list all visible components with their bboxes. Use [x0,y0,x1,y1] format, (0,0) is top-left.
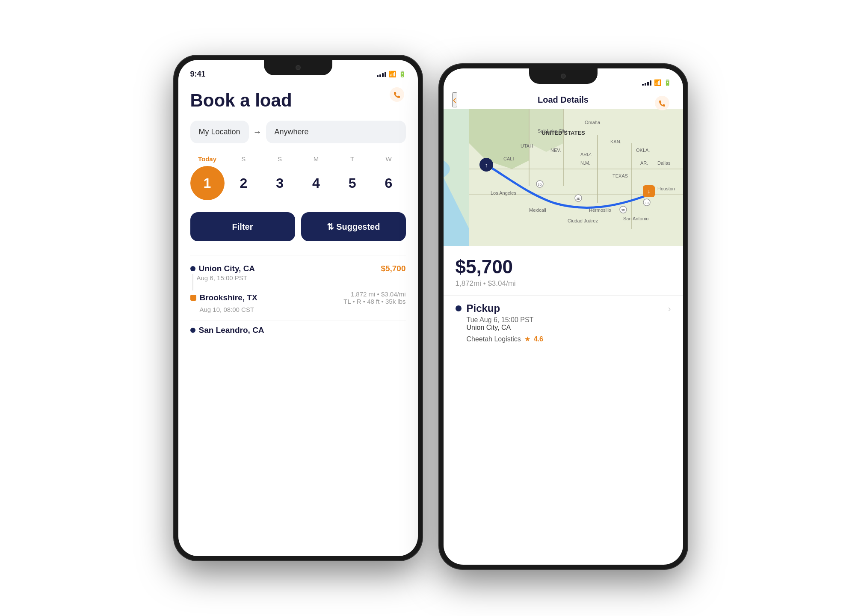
star-icon: ★ [524,335,530,343]
chevron-right-icon: › [668,304,671,314]
divider-1 [190,320,406,320]
svg-text:CALI: CALI [503,156,514,161]
calendar-dates-row: 1 2 3 4 5 6 [190,166,406,200]
notch-2 [529,68,598,84]
scene: 9:41 📶 🔋 [0,0,861,616]
load-sub-1: Aug 6, 15:00 PST [197,274,406,290]
wifi-icon: 📶 [389,71,396,77]
load-connector-1: Aug 6, 15:00 PST [190,274,406,290]
phone-1-screen: 9:41 📶 🔋 [178,60,418,556]
location-to-text: Anywhere [275,127,309,136]
cal-date-1[interactable]: 1 [190,166,225,200]
status-icons-1: 📶 🔋 [377,71,406,77]
cal-date-5[interactable]: 5 [335,166,370,200]
call-button-1[interactable] [388,86,406,104]
camera-1 [296,65,301,70]
load-city-2: Brookshire, TX [190,293,257,302]
cal-header-w: W [371,155,405,163]
price-sub: 1,872mi • $3.04/mi [456,279,671,288]
load-type: TL • R • 48 ft • 35k lbs [343,298,405,305]
load-city-name-1: Union City, CA [199,264,255,273]
dot-orange-1 [190,295,196,301]
back-button[interactable]: ‹ [452,92,458,107]
load-date-2: Aug 10, 08:00 CST [200,306,406,313]
load-details-1: 1,872 mi • $3.04/mi TL • R • 48 ft • 35k… [343,290,405,305]
signal-icon-2 [642,80,651,86]
cal-header-today: Today [190,155,225,163]
svg-text:Omaha: Omaha [585,120,601,125]
load-city-3: San Leandro, CA [190,326,406,335]
svg-text:3D: 3D [645,201,648,204]
phone-1: 9:41 📶 🔋 [174,56,422,560]
load-city-1: Union City, CA [190,264,255,273]
svg-text:Houston: Houston [657,186,675,191]
load-list: Union City, CA $5,700 Aug 6, 15:00 PST [190,255,406,335]
book-title: Book a load [190,91,406,110]
location-to-pill[interactable]: Anywhere [266,121,406,143]
load-details-title: Load Details [538,95,589,105]
cal-date-4[interactable]: 4 [299,166,333,200]
pickup-label: Pickup [456,302,500,314]
load-row2: Brookshire, TX 1,872 mi • $3.04/mi TL • … [190,290,406,305]
camera-2 [561,74,566,79]
svg-text:OKLA.: OKLA. [636,148,650,153]
svg-text:San Antonio: San Antonio [623,216,648,221]
svg-text:Dallas: Dallas [657,160,671,166]
cal-date-3[interactable]: 3 [263,166,297,200]
cal-date-2[interactable]: 2 [226,166,260,200]
load-details-content: ‹ Load Details [444,91,683,565]
price-main: $5,700 [456,256,671,278]
load-city-name-3: San Leandro, CA [199,326,264,335]
screen-content-1: Book a load My Location → Anywhere Today [178,82,418,556]
svg-text:Ciudad Juárez: Ciudad Juárez [568,218,598,223]
svg-text:Salt Lake City: Salt Lake City [538,128,567,133]
filter-button[interactable]: Filter [190,212,295,241]
price-section: $5,700 1,872mi • $3.04/mi [444,246,683,295]
battery-icon-2: 🔋 [664,79,671,86]
arrow-icon: → [253,127,262,137]
pickup-date: Tue Aug 6, 15:00 PST [467,316,671,324]
location-from-pill[interactable]: My Location [190,121,249,143]
battery-icon: 🔋 [399,71,406,77]
svg-text:ARIZ.: ARIZ. [580,152,592,157]
pickup-section[interactable]: Pickup › Tue Aug 6, 15:00 PST Union City… [444,295,683,350]
logistics-name: Cheetah Logistics [467,335,521,343]
cal-date-6[interactable]: 6 [371,166,405,200]
load-details-header: ‹ Load Details [444,91,683,109]
phone-2-screen: 9:41 📶 🔋 [444,68,683,565]
svg-text:KAN.: KAN. [610,139,621,144]
svg-text:TEXAS: TEXAS [612,173,628,178]
call-button-2[interactable] [653,94,671,112]
connector-line [192,274,193,290]
location-from-text: My Location [199,127,240,136]
svg-text:NEV.: NEV. [550,148,561,153]
load-item-2[interactable]: San Leandro, CA [190,326,406,335]
svg-text:AR.: AR. [640,160,648,166]
svg-text:3D: 3D [621,209,625,212]
pickup-dot [456,305,462,311]
pickup-title: Pickup [467,302,500,314]
svg-text:3D: 3D [538,183,541,186]
pickup-city: Union City, CA [467,324,671,332]
suggested-button[interactable]: ⇅ Suggested [301,212,406,241]
cal-header-s2: S [263,155,297,163]
filter-row: Filter ⇅ Suggested [190,212,406,241]
load-city-name-2: Brookshire, TX [200,293,257,302]
cal-header-s1: S [226,155,260,163]
phone-2: 9:41 📶 🔋 [439,64,687,569]
svg-point-1 [655,96,669,110]
load-item-1[interactable]: Union City, CA $5,700 Aug 6, 15:00 PST [190,264,406,313]
phone-icon-1 [388,86,406,104]
dot-blue-2 [190,328,195,333]
load-date-1: Aug 6, 15:00 PST [197,274,406,281]
logistics-rating: 4.6 [534,335,543,343]
svg-text:Mexicali: Mexicali [529,207,546,213]
calendar-section: Today S S M T W 1 2 3 4 5 6 [190,155,406,200]
svg-text:↑: ↑ [485,162,488,169]
svg-text:UTAH: UTAH [521,143,533,148]
load-price-1: $5,700 [381,264,405,273]
svg-text:3D: 3D [576,197,580,200]
calendar-header-row: Today S S M T W [190,155,406,163]
logistics-row: Cheetah Logistics ★ 4.6 [467,335,671,343]
cal-header-t: T [335,155,370,163]
